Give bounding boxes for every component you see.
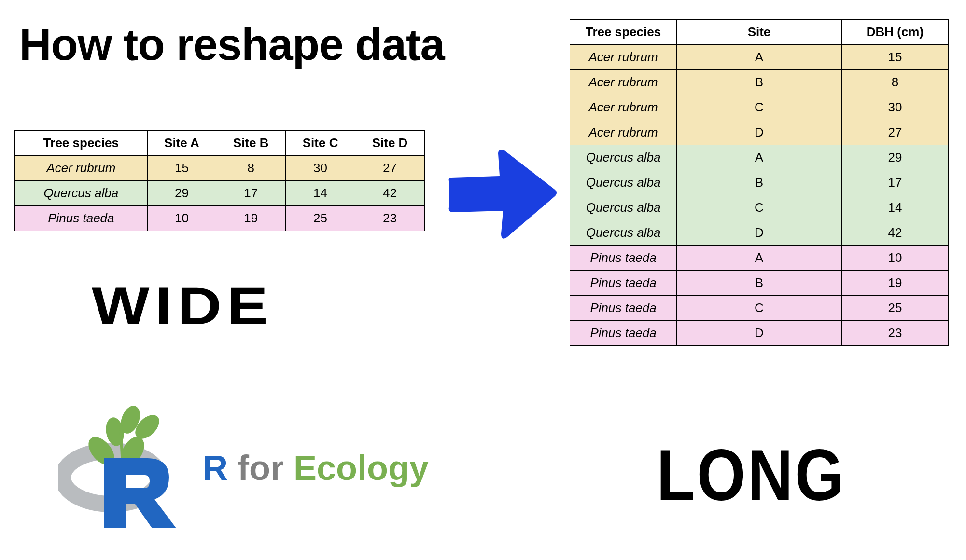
value-cell: 29 — [841, 145, 948, 170]
value-cell: 30 — [286, 156, 355, 181]
value-cell: 8 — [841, 70, 948, 95]
value-cell: 19 — [216, 206, 286, 231]
site-cell: A — [677, 246, 842, 271]
value-cell: 10 — [147, 206, 216, 231]
species-cell: Pinus taeda — [570, 321, 677, 346]
site-cell: B — [677, 70, 842, 95]
table-row: Acer rubrumB8 — [570, 70, 949, 95]
value-cell: 17 — [216, 181, 286, 206]
site-cell: D — [677, 120, 842, 145]
species-cell: Pinus taeda — [570, 296, 677, 321]
site-cell: B — [677, 170, 842, 195]
arrow-icon — [444, 145, 560, 241]
table-row: Acer rubrumD27 — [570, 120, 949, 145]
col-header: Tree species — [15, 131, 148, 156]
species-cell: Acer rubrum — [570, 95, 677, 120]
value-cell: 27 — [841, 120, 948, 145]
wide-label: WIDE — [92, 275, 273, 336]
species-cell: Acer rubrum — [15, 156, 148, 181]
value-cell: 30 — [841, 95, 948, 120]
col-header: Site C — [286, 131, 355, 156]
site-cell: B — [677, 271, 842, 296]
site-cell: C — [677, 195, 842, 220]
col-header: Tree species — [570, 20, 677, 45]
value-cell: 27 — [355, 156, 425, 181]
wide-table-body: Acer rubrum1583027Quercus alba29171442Pi… — [15, 156, 425, 231]
value-cell: 25 — [841, 296, 948, 321]
table-row: Pinus taedaD23 — [570, 321, 949, 346]
value-cell: 42 — [355, 181, 425, 206]
table-row: Pinus taedaA10 — [570, 246, 949, 271]
site-cell: A — [677, 45, 842, 70]
species-cell: Quercus alba — [570, 170, 677, 195]
site-cell: C — [677, 296, 842, 321]
table-row: Acer rubrumA15 — [570, 45, 949, 70]
table-header-row: Tree species Site DBH (cm) — [570, 20, 949, 45]
table-row: Quercus albaC14 — [570, 195, 949, 220]
value-cell: 23 — [841, 321, 948, 346]
value-cell: 15 — [147, 156, 216, 181]
table-row: Acer rubrum1583027 — [15, 156, 425, 181]
brand-eco: Ecology — [294, 449, 429, 487]
table-row: Quercus alba29171442 — [15, 181, 425, 206]
table-row: Quercus albaB17 — [570, 170, 949, 195]
table-row: Pinus taedaC25 — [570, 296, 949, 321]
long-format-table: Tree species Site DBH (cm) Acer rubrumA1… — [570, 19, 949, 346]
site-cell: C — [677, 95, 842, 120]
species-cell: Acer rubrum — [570, 120, 677, 145]
value-cell: 14 — [841, 195, 948, 220]
col-header: Site — [677, 20, 842, 45]
species-cell: Quercus alba — [570, 195, 677, 220]
brand-logo-area: R for Ecology — [58, 405, 429, 531]
long-label: LONG — [657, 434, 846, 517]
table-row: Pinus taeda10192523 — [15, 206, 425, 231]
wide-format-table: Tree species Site A Site B Site C Site D… — [14, 130, 425, 231]
value-cell: 23 — [355, 206, 425, 231]
table-row: Pinus taedaB19 — [570, 271, 949, 296]
value-cell: 14 — [286, 181, 355, 206]
species-cell: Pinus taeda — [15, 206, 148, 231]
table-row: Quercus albaA29 — [570, 145, 949, 170]
species-cell: Quercus alba — [570, 220, 677, 246]
site-cell: D — [677, 321, 842, 346]
value-cell: 8 — [216, 156, 286, 181]
col-header: Site D — [355, 131, 425, 156]
value-cell: 15 — [841, 45, 948, 70]
value-cell: 29 — [147, 181, 216, 206]
col-header: Site A — [147, 131, 216, 156]
col-header: Site B — [216, 131, 286, 156]
brand-text: R for Ecology — [203, 448, 429, 488]
table-row: Acer rubrumC30 — [570, 95, 949, 120]
species-cell: Pinus taeda — [570, 246, 677, 271]
species-cell: Pinus taeda — [570, 271, 677, 296]
value-cell: 10 — [841, 246, 948, 271]
site-cell: A — [677, 145, 842, 170]
r-ecology-logo-icon — [58, 405, 183, 531]
species-cell: Quercus alba — [15, 181, 148, 206]
page-title: How to reshape data — [19, 19, 445, 70]
species-cell: Acer rubrum — [570, 45, 677, 70]
col-header: DBH (cm) — [841, 20, 948, 45]
brand-r: R — [203, 449, 228, 487]
species-cell: Acer rubrum — [570, 70, 677, 95]
value-cell: 25 — [286, 206, 355, 231]
long-table-body: Acer rubrumA15Acer rubrumB8Acer rubrumC3… — [570, 45, 949, 346]
value-cell: 19 — [841, 271, 948, 296]
table-row: Quercus albaD42 — [570, 220, 949, 246]
value-cell: 42 — [841, 220, 948, 246]
brand-for: for — [228, 449, 294, 487]
species-cell: Quercus alba — [570, 145, 677, 170]
table-header-row: Tree species Site A Site B Site C Site D — [15, 131, 425, 156]
site-cell: D — [677, 220, 842, 246]
value-cell: 17 — [841, 170, 948, 195]
